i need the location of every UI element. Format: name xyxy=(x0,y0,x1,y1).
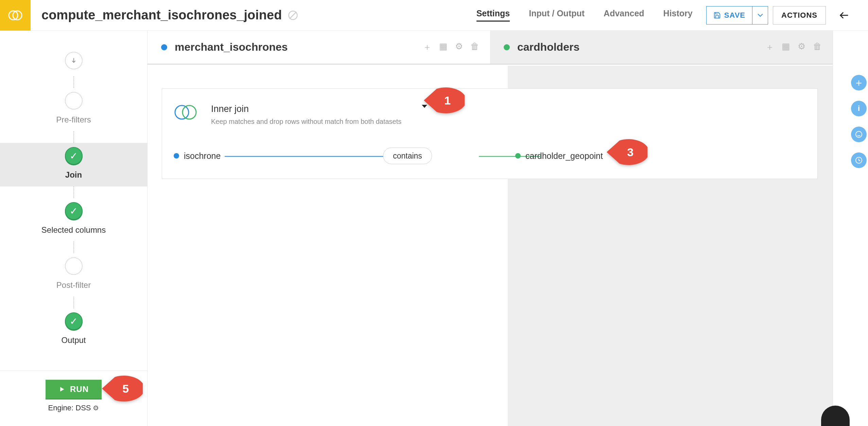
dataset-right-header[interactable]: cardholders ＋ ▦ ⚙ 🗑 xyxy=(490,31,833,64)
recipe-type-icon xyxy=(0,0,31,31)
columns-icon[interactable]: ▦ xyxy=(439,41,448,53)
gear-icon: ⚙ xyxy=(93,404,99,412)
columns-icon[interactable]: ▦ xyxy=(782,41,790,53)
step-pre-filters[interactable]: Pre-filters xyxy=(0,88,147,131)
rail-discuss-button[interactable] xyxy=(851,127,867,142)
svg-point-12 xyxy=(856,131,862,137)
recipe-title: compute_merchant_isochrones_joined xyxy=(41,8,282,22)
step-selected-columns[interactable]: ✓ Selected columns xyxy=(0,198,147,242)
join-type-label: Inner join xyxy=(211,104,401,114)
save-button[interactable]: SAVE xyxy=(707,6,752,24)
step-post-filter[interactable]: Post-filter xyxy=(0,253,147,297)
trash-icon[interactable]: 🗑 xyxy=(470,41,479,53)
dataset-dot-icon xyxy=(161,44,167,50)
actions-button-label: ACTIONS xyxy=(781,11,817,20)
trash-icon[interactable]: 🗑 xyxy=(813,41,822,53)
tab-advanced[interactable]: Advanced xyxy=(604,9,644,22)
save-dropdown-button[interactable] xyxy=(752,6,768,24)
join-type-description: Keep matches and drop rows without match… xyxy=(211,118,401,126)
callout-1: 1 xyxy=(424,87,465,113)
left-column-name: isochrone xyxy=(184,151,221,161)
join-condition-row[interactable]: isochrone contains cardholder_geopoint xyxy=(174,148,806,164)
callout-number: 5 xyxy=(122,382,129,395)
step-label: Pre-filters xyxy=(56,115,91,125)
join-operator-badge[interactable]: contains xyxy=(383,148,432,164)
callout-number: 1 xyxy=(444,94,451,107)
callout-5: 5 xyxy=(102,376,143,402)
svg-line-3 xyxy=(290,12,296,19)
gear-icon[interactable]: ⚙ xyxy=(455,41,463,53)
pre-filters-node xyxy=(65,92,83,110)
save-button-label: SAVE xyxy=(724,11,745,20)
back-arrow-button[interactable] xyxy=(834,5,854,26)
add-dataset-icon[interactable]: ＋ xyxy=(765,41,774,53)
join-operator-label: contains xyxy=(393,151,422,160)
callout-number: 3 xyxy=(627,146,633,159)
rail-add-button[interactable]: ＋ xyxy=(851,75,867,91)
right-column-dot-icon xyxy=(515,153,521,159)
run-button[interactable]: RUN xyxy=(46,380,102,399)
step-output[interactable]: ✓ Output xyxy=(0,308,147,352)
start-node xyxy=(65,52,83,69)
post-filter-node xyxy=(65,257,83,275)
svg-marker-6 xyxy=(60,387,64,391)
selected-columns-node: ✓ xyxy=(65,202,83,220)
rail-info-button[interactable]: i xyxy=(851,101,867,116)
inner-join-icon xyxy=(174,104,197,121)
add-dataset-icon[interactable]: ＋ xyxy=(423,41,432,53)
dataset-left-header[interactable]: merchant_isochrones ＋ ▦ ⚙ 🗑 xyxy=(147,31,490,64)
step-start xyxy=(0,48,147,76)
right-rail: ＋ i xyxy=(851,75,867,168)
step-join[interactable]: ✓ Join xyxy=(0,143,147,186)
right-column-name: cardholder_geopoint xyxy=(525,151,603,161)
header-tabs: Settings Input / Output Advanced History xyxy=(476,9,706,22)
left-column-dot-icon xyxy=(174,153,179,159)
svg-point-7 xyxy=(175,105,189,119)
run-button-label: RUN xyxy=(70,384,89,394)
join-node: ✓ xyxy=(65,147,83,165)
step-label: Output xyxy=(61,335,86,345)
callout-3: 3 xyxy=(607,139,647,165)
engine-label: Engine: DSS xyxy=(48,404,91,412)
tab-history[interactable]: History xyxy=(663,9,693,22)
recipe-steps-nav: Pre-filters ✓ Join ✓ Selected columns Po… xyxy=(0,31,147,371)
step-label: Selected columns xyxy=(41,225,106,235)
actions-button[interactable]: ACTIONS xyxy=(773,6,826,24)
step-label: Join xyxy=(65,170,82,180)
gear-icon[interactable]: ⚙ xyxy=(798,41,805,53)
output-node: ✓ xyxy=(65,312,83,330)
dataset-dot-icon xyxy=(504,44,510,50)
save-button-group: SAVE xyxy=(706,6,768,24)
engine-line[interactable]: Engine: DSS ⚙ xyxy=(48,404,99,412)
tab-settings[interactable]: Settings xyxy=(476,9,510,22)
join-card: Inner join Keep matches and drop rows wi… xyxy=(162,88,818,179)
svg-point-8 xyxy=(183,105,196,119)
dataset-left-name: merchant_isochrones xyxy=(175,41,288,53)
step-label: Post-filter xyxy=(56,280,91,290)
unsaved-indicator-icon xyxy=(288,10,298,20)
dataset-right-name: cardholders xyxy=(517,41,579,53)
tab-input-output[interactable]: Input / Output xyxy=(529,9,585,22)
rail-history-button[interactable] xyxy=(851,152,867,168)
